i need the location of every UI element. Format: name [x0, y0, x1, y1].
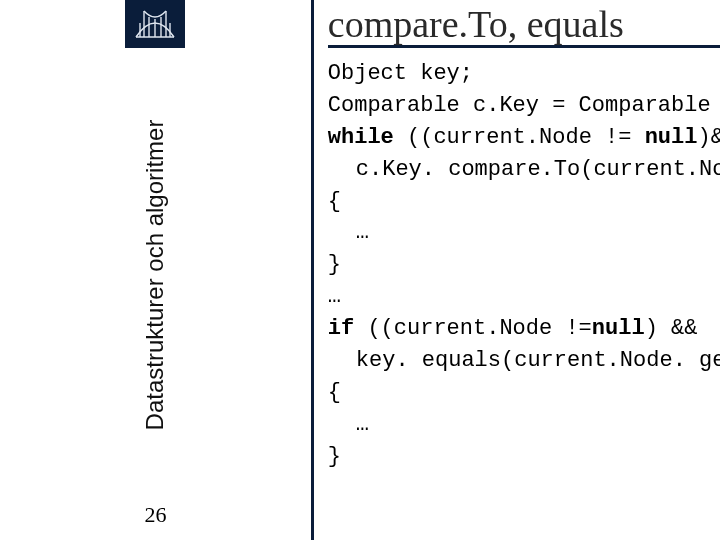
code-block: Object key; Comparable c.Key = Comparabl…	[328, 48, 720, 532]
page-number: 26	[144, 502, 166, 540]
slide-title: compare.To, equals	[328, 2, 624, 46]
code-line: …	[328, 284, 341, 309]
code-frag: ((current.Node !=	[354, 316, 592, 341]
code-line: {	[328, 189, 341, 214]
code-line: }	[328, 444, 341, 469]
code-line: if ((current.Node !=null) &&	[328, 316, 698, 341]
course-label: Datastrukturer och algoritmer	[141, 120, 169, 431]
keyword-null: null	[645, 125, 698, 150]
code-line: while ((current.Node != null)&&	[328, 125, 720, 150]
course-label-container: Datastrukturer och algoritmer	[0, 48, 311, 502]
slide: Datastrukturer och algoritmer 26 compare…	[0, 0, 720, 540]
code-line: …	[328, 217, 720, 249]
code-line: c.Key. compare.To(current.Node. getkey()…	[328, 154, 720, 186]
keyword-null: null	[592, 316, 645, 341]
main-content: compare.To, equals Object key; Comparabl…	[314, 0, 720, 540]
code-line: Comparable c.Key = Comparable (key);	[328, 93, 720, 118]
code-line: }	[328, 252, 341, 277]
code-frag: ((current.Node !=	[394, 125, 645, 150]
bridge-logo-icon	[132, 5, 178, 41]
code-line: Object key;	[328, 61, 473, 86]
logo-box	[125, 0, 185, 48]
code-line: …	[328, 409, 720, 441]
keyword-if: if	[328, 316, 354, 341]
left-rail: Datastrukturer och algoritmer 26	[0, 0, 314, 540]
title-row: compare.To, equals	[328, 0, 720, 48]
code-frag: ) &&	[645, 316, 698, 341]
code-line: {	[328, 380, 341, 405]
keyword-while: while	[328, 125, 394, 150]
code-frag: )&&	[697, 125, 720, 150]
code-line: key. equals(current.Node. getkey()))	[328, 345, 720, 377]
